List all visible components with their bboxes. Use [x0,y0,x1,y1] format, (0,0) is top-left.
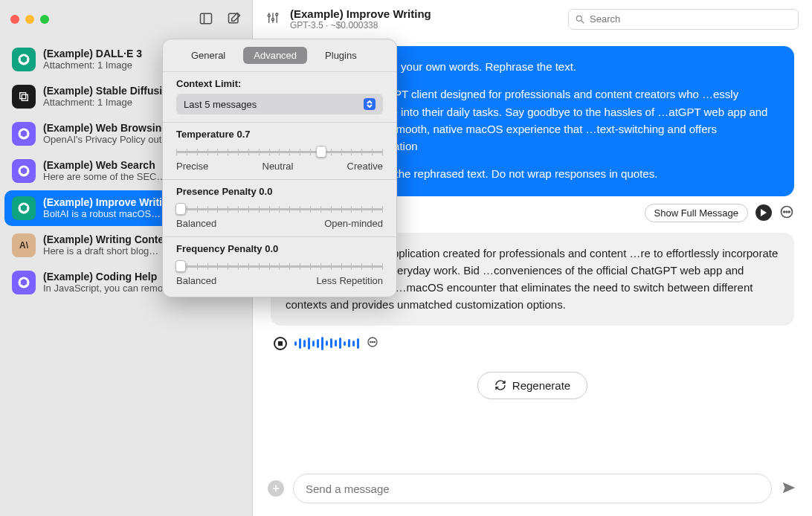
context-limit-label: Context Limit: [176,78,383,89]
sidebar-item-sub: Attachment: 1 Image [43,59,142,71]
openai-icon [12,159,36,183]
attach-button[interactable]: + [268,480,284,497]
tab-plugins[interactable]: Plugins [315,47,367,64]
send-button[interactable] [781,480,797,498]
chevron-updown-icon [364,98,376,110]
zoom-window-button[interactable] [40,15,49,24]
model-settings-icon[interactable] [266,10,280,28]
slider-legend-left: Balanced [176,275,216,286]
play-audio-button[interactable] [755,204,772,221]
svg-point-21 [374,341,375,342]
anthropic-icon: A\ [12,233,36,257]
app-icon [12,85,36,109]
chat-subtitle: GPT-3.5 · ~$0.000338 [290,20,431,30]
svg-rect-4 [22,94,28,100]
svg-point-11 [576,16,581,21]
regenerate-button[interactable]: Regenerate [477,372,587,399]
slider-legend-right: Creative [347,161,383,172]
context-limit-value: Last 5 messages [184,99,257,110]
new-chat-icon[interactable] [227,11,242,28]
openai-icon [12,196,36,220]
svg-point-19 [370,341,371,342]
stop-audio-button[interactable] [274,337,287,350]
slider-legend-left: Balanced [176,218,216,229]
audio-waveform-icon [294,336,359,351]
svg-rect-3 [20,93,26,99]
sidebar-item-sub: Here are some of the SEC… [43,171,166,182]
openai-icon [12,271,36,294]
sidebar-item-title: (Example) DALL·E 3 [43,48,142,59]
sidebar-item-title: (Example) Web Search [43,159,166,171]
slider-legend-right: Open-minded [324,218,383,229]
sidebar-item-sub: Here is a draft short blog… [43,245,174,257]
sidebar-item-title: (Example) Improve Writing [43,196,175,208]
sidebar-item-sub: BoltAI is a robust macOS… [43,208,175,219]
audio-more-icon[interactable] [367,336,378,350]
presence-penalty-slider[interactable] [176,201,383,216]
frequency-penalty-label: Frequency Penalty 0.0 [176,243,383,254]
audio-playback-row [274,336,791,351]
svg-point-20 [372,341,373,342]
sidebar-item-sub: Attachment: 1 Image [43,97,175,108]
slider-legend-right: Less Repetition [316,275,383,286]
temperature-row: Temperature 0.7 Precise Neutral Creative [163,122,396,179]
frequency-penalty-slider[interactable] [176,259,383,274]
tab-general[interactable]: General [181,47,236,64]
svg-line-12 [581,20,584,23]
slider-legend-left: Precise [176,161,208,172]
tab-advanced[interactable]: Advanced [243,47,307,64]
search-field[interactable] [568,9,799,30]
svg-point-17 [789,211,790,213]
message-input-wrap[interactable] [293,474,772,503]
svg-point-9 [272,19,274,21]
model-settings-popover: General Advanced Plugins Context Limit: … [162,39,397,297]
svg-point-10 [276,13,278,16]
window-titlebar [0,0,252,39]
sidebar-item-title: (Example) Stable Diffusion [43,85,175,97]
chat-title: (Example) Improve Writing [290,7,431,20]
sidebar-item-title: (Example) Writing Content [43,233,174,245]
context-limit-row: Context Limit: Last 5 messages [163,71,396,122]
svg-rect-0 [201,13,212,23]
svg-point-15 [784,211,785,213]
temperature-slider[interactable] [176,144,383,159]
regenerate-label: Regenerate [512,379,570,392]
show-full-message-button[interactable]: Show Full Message [645,204,748,222]
window-controls [10,15,49,24]
search-icon [575,14,585,25]
settings-tabs: General Advanced Plugins [181,47,378,64]
toggle-sidebar-icon[interactable] [199,11,213,28]
composer: + [253,468,812,516]
context-limit-select[interactable]: Last 5 messages [176,94,383,115]
presence-penalty-label: Presence Penalty 0.0 [176,186,383,197]
openai-icon [12,48,36,71]
slider-legend-mid: Neutral [262,161,294,172]
frequency-penalty-row: Frequency Penalty 0.0 Balanced Less Repe… [163,236,396,294]
temperature-label: Temperature 0.7 [176,129,383,140]
close-window-button[interactable] [10,15,19,24]
message-more-icon[interactable] [779,204,794,222]
chat-header: (Example) Improve Writing GPT-3.5 · ~$0.… [253,0,812,39]
svg-point-8 [268,15,270,17]
minimize-window-button[interactable] [25,15,34,24]
message-input[interactable] [306,483,759,495]
svg-point-16 [786,211,787,213]
openai-icon [12,122,36,146]
chat-title-block: (Example) Improve Writing GPT-3.5 · ~$0.… [290,7,431,30]
svg-marker-13 [761,209,767,216]
search-input[interactable] [590,13,792,25]
presence-penalty-row: Presence Penalty 0.0 Balanced Open-minde… [163,179,396,236]
refresh-icon [494,379,506,391]
